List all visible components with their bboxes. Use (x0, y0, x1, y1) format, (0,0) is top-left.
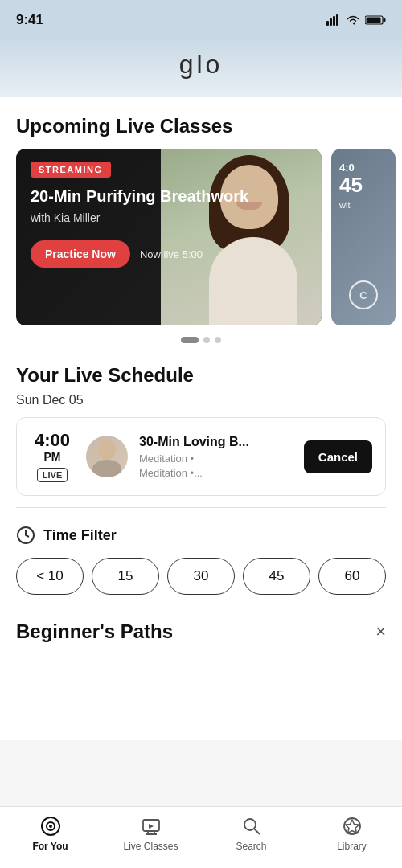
time-pill-2[interactable]: 30 (167, 558, 235, 595)
bottom-nav: For You Live Classes Search Libr (0, 806, 402, 868)
schedule-class-name: 30-Min Loving B... (139, 434, 293, 451)
peek-class-card[interactable]: 4:0 45 wit C (331, 149, 396, 326)
svg-rect-0 (326, 21, 329, 26)
for-you-label: For You (32, 841, 68, 852)
schedule-avatar (86, 436, 128, 477)
schedule-section: Your Live Schedule Sun Dec 05 4:00 PM LI… (0, 348, 402, 496)
card-content: STREAMING 20-Min Purifying Breathwork wi… (16, 149, 322, 326)
nav-item-live-classes[interactable]: Live Classes (119, 815, 183, 852)
nav-item-search[interactable]: Search (219, 815, 284, 852)
clock-icon (16, 526, 35, 545)
class-title: 20-Min Purifying Breathwork (31, 186, 307, 207)
svg-line-13 (254, 829, 260, 835)
cancel-button[interactable]: Cancel (304, 440, 372, 473)
live-time-label: Now live 5:00 (140, 248, 203, 260)
wifi-icon (346, 14, 360, 26)
beginners-title: Beginner's Paths (16, 620, 173, 643)
library-label: Library (337, 841, 367, 852)
schedule-time: 4:00 (30, 431, 75, 450)
for-you-icon (39, 815, 62, 837)
status-bar: 9:41 (0, 0, 402, 35)
time-pill-4[interactable]: 60 (318, 558, 386, 595)
library-icon (341, 815, 363, 837)
live-badge: LIVE (37, 468, 68, 482)
time-filter-pills: < 10 15 30 45 60 (16, 558, 386, 595)
avatar-head (98, 440, 116, 460)
dot-1[interactable] (181, 337, 199, 343)
svg-rect-1 (330, 18, 332, 26)
live-classes-label: Live Classes (123, 841, 178, 852)
search-icon (240, 815, 263, 837)
peek-instructor: wit (339, 200, 388, 210)
svg-point-12 (244, 819, 256, 830)
schedule-section-title: Your Live Schedule (0, 356, 402, 390)
divider-1 (16, 507, 386, 508)
schedule-time-block: 4:00 PM LIVE (30, 431, 75, 482)
streaming-badge: STREAMING (31, 162, 111, 178)
carousel-dots (0, 326, 402, 348)
peek-time: 4:0 (339, 162, 388, 174)
schedule-info: 30-Min Loving B... Meditation • Meditati… (139, 434, 293, 480)
time-pill-3[interactable]: 45 (243, 558, 310, 595)
status-icons (326, 14, 386, 26)
app-logo: glo (0, 50, 402, 80)
main-content: Upcoming Live Classes STREAMING 20-Min P… (0, 97, 402, 740)
svg-marker-15 (345, 820, 359, 833)
search-label: Search (236, 841, 266, 852)
beginners-section: Beginner's Paths × (0, 608, 402, 723)
schedule-date: Sun Dec 05 (0, 390, 402, 417)
svg-point-10 (49, 825, 52, 828)
featured-class-card[interactable]: STREAMING 20-Min Purifying Breathwork wi… (16, 149, 322, 326)
header: glo (0, 35, 402, 97)
dot-3[interactable] (215, 337, 221, 343)
classes-carousel: STREAMING 20-Min Purifying Breathwork wi… (0, 149, 402, 326)
dot-2[interactable] (203, 337, 210, 343)
schedule-card: 4:00 PM LIVE 30-Min Loving B... Meditati… (16, 417, 386, 496)
schedule-meta-2: Meditation •... (139, 467, 293, 479)
live-classes-icon (140, 815, 162, 837)
time-filter-title: Time Filter (43, 527, 117, 544)
upcoming-section-title: Upcoming Live Classes (0, 97, 402, 149)
svg-rect-5 (384, 18, 386, 22)
practice-now-button[interactable]: Practice Now (31, 240, 130, 268)
close-icon[interactable]: × (375, 621, 386, 642)
peek-content: 4:0 45 wit (331, 149, 396, 223)
avatar-body (92, 460, 121, 477)
svg-rect-6 (367, 17, 381, 23)
nav-item-for-you[interactable]: For You (18, 815, 83, 852)
peek-circle-label: C (359, 289, 367, 301)
signal-icon (326, 14, 341, 26)
time-pill-0[interactable]: < 10 (16, 558, 84, 595)
schedule-period: PM (30, 450, 75, 463)
class-instructor: with Kia Miller (31, 211, 307, 224)
svg-rect-3 (336, 14, 338, 26)
time-filter-header: Time Filter (16, 526, 386, 545)
card-actions: Practice Now Now live 5:00 (31, 240, 307, 268)
svg-rect-2 (333, 16, 335, 26)
nav-item-library[interactable]: Library (320, 815, 384, 852)
status-time: 9:41 (16, 12, 43, 28)
battery-icon (365, 14, 386, 26)
peek-duration: 45 (339, 174, 388, 197)
peek-circle: C (349, 280, 378, 309)
time-pill-1[interactable]: 15 (92, 558, 159, 595)
schedule-meta-1: Meditation • (139, 452, 293, 465)
time-filter-section: Time Filter < 10 15 30 45 60 (0, 519, 402, 608)
